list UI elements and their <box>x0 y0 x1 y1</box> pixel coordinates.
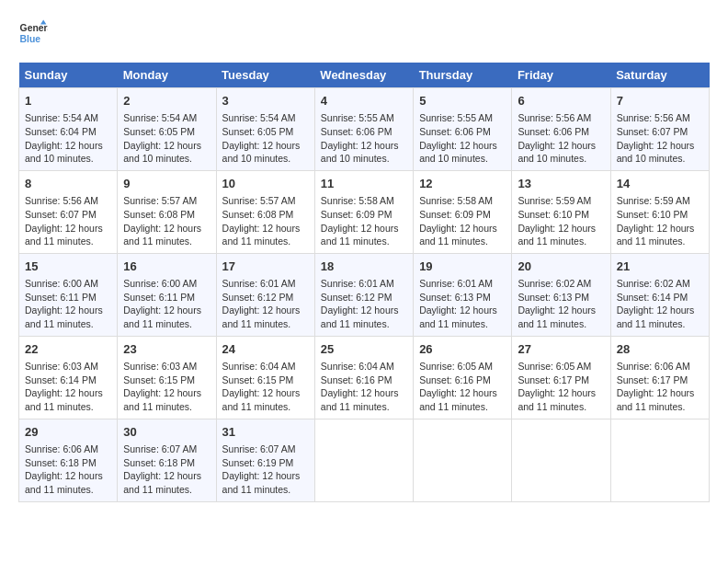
sunrise-text: Sunrise: 6:01 AM <box>419 278 493 289</box>
day-number: 3 <box>222 93 309 109</box>
day-number: 17 <box>222 259 309 275</box>
daylight-text: Daylight: 12 hours and 10 minutes. <box>617 140 695 165</box>
daylight-text: Daylight: 12 hours and 11 minutes. <box>617 387 695 412</box>
sunset-text: Sunset: 6:15 PM <box>222 374 294 385</box>
sunset-text: Sunset: 6:06 PM <box>419 126 491 137</box>
day-number: 6 <box>518 93 604 109</box>
day-number: 18 <box>321 259 407 275</box>
sunset-text: Sunset: 6:04 PM <box>25 126 97 137</box>
sunset-text: Sunset: 6:09 PM <box>419 209 491 220</box>
header-saturday: Saturday <box>610 63 709 88</box>
day-number: 2 <box>123 93 210 109</box>
daylight-text: Daylight: 12 hours and 11 minutes. <box>25 223 103 247</box>
sunrise-text: Sunrise: 6:03 AM <box>123 361 197 372</box>
calendar-cell: 15Sunrise: 6:00 AMSunset: 6:11 PMDayligh… <box>19 253 118 336</box>
calendar-week-row: 29Sunrise: 6:06 AMSunset: 6:18 PMDayligh… <box>19 419 710 501</box>
calendar-cell: 2Sunrise: 5:54 AMSunset: 6:05 PMDaylight… <box>118 88 216 171</box>
sunset-text: Sunset: 6:11 PM <box>123 292 195 303</box>
daylight-text: Daylight: 12 hours and 11 minutes. <box>419 223 497 247</box>
sunset-text: Sunset: 6:11 PM <box>25 292 97 303</box>
day-number: 21 <box>617 259 703 275</box>
sunset-text: Sunset: 6:15 PM <box>123 374 195 385</box>
calendar-cell: 25Sunrise: 6:04 AMSunset: 6:16 PMDayligh… <box>314 336 413 419</box>
day-number: 7 <box>617 93 703 109</box>
sunset-text: Sunset: 6:16 PM <box>419 374 491 385</box>
calendar-cell: 1Sunrise: 5:54 AMSunset: 6:04 PMDaylight… <box>19 88 118 171</box>
sunrise-text: Sunrise: 5:55 AM <box>321 112 394 123</box>
calendar-week-row: 15Sunrise: 6:00 AMSunset: 6:11 PMDayligh… <box>19 253 710 336</box>
day-number: 13 <box>518 176 604 192</box>
calendar-cell: 8Sunrise: 5:56 AMSunset: 6:07 PMDaylight… <box>19 170 118 253</box>
daylight-text: Daylight: 12 hours and 10 minutes. <box>518 140 596 165</box>
page-header: General Blue <box>18 18 710 48</box>
calendar-cell: 31Sunrise: 6:07 AMSunset: 6:19 PMDayligh… <box>216 419 314 501</box>
daylight-text: Daylight: 12 hours and 11 minutes. <box>321 223 399 247</box>
sunrise-text: Sunrise: 5:59 AM <box>518 195 591 206</box>
logo-icon: General Blue <box>18 18 48 48</box>
day-number: 27 <box>518 341 604 358</box>
sunset-text: Sunset: 6:06 PM <box>321 126 392 137</box>
sunrise-text: Sunrise: 5:54 AM <box>25 112 98 123</box>
calendar-cell: 7Sunrise: 5:56 AMSunset: 6:07 PMDaylight… <box>610 88 709 171</box>
daylight-text: Daylight: 12 hours and 11 minutes. <box>123 304 201 329</box>
calendar-cell: 10Sunrise: 5:57 AMSunset: 6:08 PMDayligh… <box>216 170 314 253</box>
svg-text:Blue: Blue <box>20 34 41 44</box>
daylight-text: Daylight: 12 hours and 11 minutes. <box>222 387 301 412</box>
day-number: 8 <box>25 176 111 192</box>
daylight-text: Daylight: 12 hours and 10 minutes. <box>123 140 201 165</box>
sunrise-text: Sunrise: 5:59 AM <box>617 195 690 206</box>
logo: General Blue <box>18 18 48 48</box>
sunset-text: Sunset: 6:05 PM <box>123 126 195 137</box>
day-number: 10 <box>222 176 309 192</box>
sunrise-text: Sunrise: 5:58 AM <box>419 195 493 206</box>
sunset-text: Sunset: 6:05 PM <box>222 126 294 137</box>
header-tuesday: Tuesday <box>216 63 314 88</box>
day-number: 16 <box>123 259 210 275</box>
day-number: 14 <box>617 176 703 192</box>
sunset-text: Sunset: 6:13 PM <box>518 292 589 303</box>
day-number: 9 <box>123 176 210 192</box>
header-wednesday: Wednesday <box>314 63 413 88</box>
sunrise-text: Sunrise: 5:56 AM <box>617 112 690 123</box>
calendar-cell: 16Sunrise: 6:00 AMSunset: 6:11 PMDayligh… <box>118 253 216 336</box>
calendar-cell <box>610 419 709 501</box>
header-thursday: Thursday <box>414 63 512 88</box>
sunset-text: Sunset: 6:08 PM <box>222 209 294 220</box>
calendar-week-row: 22Sunrise: 6:03 AMSunset: 6:14 PMDayligh… <box>19 336 710 419</box>
sunset-text: Sunset: 6:12 PM <box>222 292 294 303</box>
sunrise-text: Sunrise: 6:05 AM <box>518 361 591 372</box>
calendar-cell: 11Sunrise: 5:58 AMSunset: 6:09 PMDayligh… <box>314 170 413 253</box>
calendar-cell: 9Sunrise: 5:57 AMSunset: 6:08 PMDaylight… <box>118 170 216 253</box>
sunset-text: Sunset: 6:18 PM <box>25 457 97 468</box>
day-number: 30 <box>123 424 210 441</box>
calendar-cell: 14Sunrise: 5:59 AMSunset: 6:10 PMDayligh… <box>610 170 709 253</box>
svg-text:General: General <box>20 23 48 33</box>
calendar-cell: 22Sunrise: 6:03 AMSunset: 6:14 PMDayligh… <box>19 336 118 419</box>
daylight-text: Daylight: 12 hours and 11 minutes. <box>518 304 596 329</box>
sunset-text: Sunset: 6:13 PM <box>419 292 491 303</box>
sunrise-text: Sunrise: 5:55 AM <box>419 112 493 123</box>
day-number: 26 <box>419 341 506 358</box>
sunrise-text: Sunrise: 6:01 AM <box>321 278 394 289</box>
daylight-text: Daylight: 12 hours and 11 minutes. <box>123 470 201 495</box>
day-number: 19 <box>419 259 506 275</box>
sunrise-text: Sunrise: 5:56 AM <box>25 195 98 206</box>
calendar-header-row: SundayMondayTuesdayWednesdayThursdayFrid… <box>19 63 710 88</box>
sunrise-text: Sunrise: 6:05 AM <box>419 361 493 372</box>
calendar-cell: 18Sunrise: 6:01 AMSunset: 6:12 PMDayligh… <box>314 253 413 336</box>
daylight-text: Daylight: 12 hours and 11 minutes. <box>25 387 103 412</box>
calendar-cell: 19Sunrise: 6:01 AMSunset: 6:13 PMDayligh… <box>414 253 512 336</box>
sunrise-text: Sunrise: 5:54 AM <box>222 112 296 123</box>
sunrise-text: Sunrise: 6:07 AM <box>123 443 197 454</box>
sunset-text: Sunset: 6:08 PM <box>123 209 195 220</box>
daylight-text: Daylight: 12 hours and 11 minutes. <box>222 304 301 329</box>
daylight-text: Daylight: 12 hours and 11 minutes. <box>222 223 301 247</box>
sunset-text: Sunset: 6:07 PM <box>25 209 97 220</box>
sunset-text: Sunset: 6:17 PM <box>617 374 688 385</box>
sunset-text: Sunset: 6:14 PM <box>617 292 688 303</box>
header-friday: Friday <box>512 63 610 88</box>
sunrise-text: Sunrise: 6:02 AM <box>617 278 690 289</box>
calendar-week-row: 8Sunrise: 5:56 AMSunset: 6:07 PMDaylight… <box>19 170 710 253</box>
day-number: 29 <box>25 424 111 441</box>
day-number: 4 <box>321 93 407 109</box>
